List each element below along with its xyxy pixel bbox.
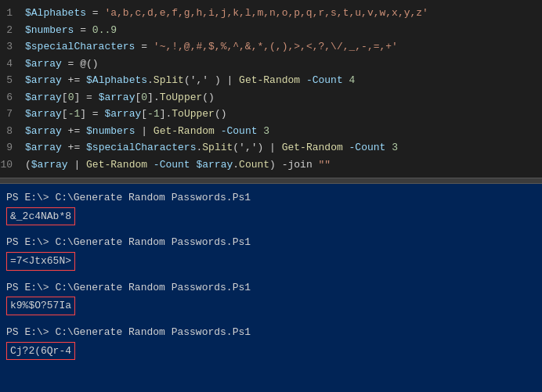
editor-line: 7$array[-1] = $array[-1].ToUpper() (0, 106, 542, 123)
token-punc: ]. (147, 92, 160, 103)
token-op: = (86, 7, 104, 19)
token-var: $array (25, 142, 62, 153)
line-content: $array[-1] = $array[-1].ToUpper() (25, 106, 542, 122)
terminal-block: PS E:\> C:\Generate Random Passwords.Ps1… (6, 189, 536, 230)
token-method: Split (202, 142, 233, 153)
line-content: $array += $numbers | Get-Random -Count 3 (25, 124, 542, 139)
line-number: 5 (0, 73, 25, 88)
terminal-block: PS E:\> C:\Generate Random Passwords.Ps1… (6, 233, 536, 275)
token-cmd: Get-Random (154, 125, 215, 137)
token-num: 0..9 (92, 24, 117, 36)
token-method: ToUpper (160, 92, 203, 103)
terminal: PS E:\> C:\Generate Random Passwords.Ps1… (0, 184, 542, 392)
token-cmd: Get-Random (282, 142, 343, 153)
line-number: 10 (0, 157, 25, 173)
token-var: $array (25, 58, 62, 70)
token-num: 3 (263, 125, 269, 137)
line-content: $specialCharacters = '~,!,@,#,$,%,^,&,*,… (25, 39, 542, 55)
token-str: "" (319, 159, 331, 171)
token-var: $specialCharacters (25, 41, 135, 52)
terminal-output: =7<Jtx65N> (6, 252, 75, 271)
token-str: 'a,b,c,d,e,f,g,h,i,j,k,l,m,n,o,p,q,r,s,t… (104, 7, 428, 19)
token-str: '~,!,@,#,$,%,^,&,*,(,),>,<,?,\/,_,-,=,+' (154, 41, 398, 52)
token-punc: ] (80, 108, 86, 120)
token-op: += (62, 74, 86, 86)
editor-line: 5$array += $Alphabets.Split(',' ) | Get-… (0, 72, 542, 89)
token-punc: (',') (233, 142, 263, 153)
line-content: $numbers = 0..9 (25, 23, 542, 38)
token-punc: (',' ) (184, 74, 221, 86)
token-num: 0 (141, 92, 147, 103)
token-punc: ]. (160, 108, 172, 120)
token-punc: [ (141, 108, 147, 120)
token-punc: ) (269, 159, 282, 171)
token-var: $array (25, 125, 62, 137)
token-pipe: | (263, 142, 281, 153)
token-punc: [ (62, 108, 68, 120)
editor-line: 3$specialCharacters = '~,!,@,#,$,%,^,&,*… (0, 38, 542, 56)
token-method: Split (154, 74, 184, 86)
token-punc: ( (25, 159, 31, 171)
token-var: $array (25, 92, 62, 103)
token-method: Count (239, 159, 269, 171)
token-op: = (80, 92, 98, 103)
editor-line: 10($array | Get-Random -Count $array.Cou… (0, 156, 542, 174)
editor-line: 2$numbers = 0..9 (0, 22, 542, 39)
line-number: 3 (0, 39, 25, 55)
line-number: 7 (0, 106, 25, 122)
terminal-output: &_2c4NAb*8 (6, 207, 75, 226)
token-param: -Count (147, 159, 196, 171)
token-param: -Count (300, 74, 349, 86)
token-var: $Alphabets (25, 7, 86, 19)
editor-line: 6$array[0] = $array[0].ToUpper() (0, 89, 542, 106)
token-pipe: | (135, 125, 153, 137)
token-op: -join (282, 159, 319, 171)
token-punc: [ (62, 92, 68, 103)
editor-line: 1$Alphabets = 'a,b,c,d,e,f,g,h,i,j,k,l,m… (0, 5, 542, 22)
token-op: += (62, 142, 86, 153)
token-var: $array (25, 108, 62, 120)
terminal-prompt: PS E:\> C:\Generate Random Passwords.Ps1 (6, 325, 536, 341)
token-method: ToUpper (172, 108, 215, 120)
terminal-output: Cj?2(6Qr-4 (6, 342, 75, 361)
token-var: $array (196, 159, 233, 171)
line-content: ($array | Get-Random -Count $array.Count… (25, 157, 542, 173)
token-var: $numbers (25, 24, 74, 36)
token-punc: @() (80, 58, 98, 70)
token-pipe: | (68, 159, 86, 171)
token-var: $specialCharacters (86, 142, 196, 153)
terminal-output: k9%$O?57Ia (6, 297, 75, 315)
token-op: = (74, 24, 92, 36)
token-var: $array (31, 159, 68, 171)
token-op: = (135, 41, 153, 52)
token-var: $numbers (86, 125, 135, 137)
token-punc: () (202, 92, 215, 103)
line-number: 2 (0, 23, 25, 38)
token-var: $array (104, 108, 141, 120)
line-number: 1 (0, 5, 25, 21)
token-var: $array (99, 92, 136, 103)
token-punc: . (147, 74, 154, 86)
line-content: $Alphabets = 'a,b,c,d,e,f,g,h,i,j,k,l,m,… (25, 5, 542, 21)
token-num: 3 (392, 142, 398, 153)
token-op: = (62, 58, 80, 70)
token-num: -1 (68, 108, 81, 120)
token-num: 4 (349, 74, 356, 86)
line-number: 4 (0, 56, 25, 72)
terminal-block: PS E:\> C:\Generate Random Passwords.Ps1… (6, 279, 536, 320)
editor-line: 4$array = @() (0, 56, 542, 73)
line-content: $array[0] = $array[0].ToUpper() (25, 90, 542, 106)
editor: 1$Alphabets = 'a,b,c,d,e,f,g,h,i,j,k,l,m… (0, 0, 542, 178)
terminal-block: PS E:\> C:\Generate Random Passwords.Ps1… (6, 323, 536, 365)
line-number: 9 (0, 140, 25, 156)
token-pipe: | (221, 74, 239, 86)
line-number: 8 (0, 124, 25, 139)
token-var: $array (25, 74, 62, 86)
token-punc: . (233, 159, 239, 171)
line-content: $array += $Alphabets.Split(',' ) | Get-R… (25, 73, 542, 88)
editor-line: 9$array += $specialCharacters.Split(',')… (0, 139, 542, 156)
editor-line: 8$array += $numbers | Get-Random -Count … (0, 123, 542, 140)
terminal-prompt: PS E:\> C:\Generate Random Passwords.Ps1 (6, 280, 536, 297)
token-cmd: Get-Random (86, 159, 147, 171)
token-num: -1 (147, 108, 160, 120)
